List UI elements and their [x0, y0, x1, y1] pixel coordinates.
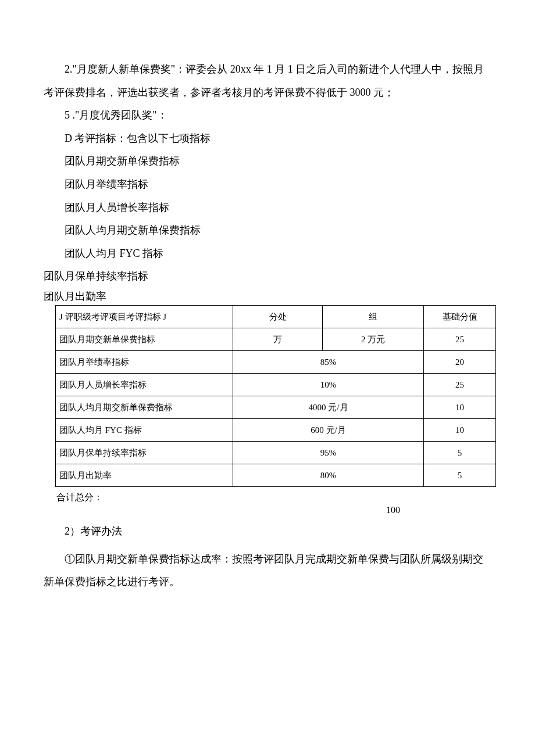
- cell-merged-value: 95%: [233, 441, 424, 464]
- paragraph-new-agent-award: 2."月度新人新单保费奖"：评委会从 20xx 年 1 月 1 日之后入司的新进…: [44, 58, 491, 104]
- total-label: 合计总分：: [56, 487, 289, 520]
- cell-item: 团队月期交新单保费指标: [56, 328, 233, 350]
- table-row: 团队月出勤率 80% 5: [56, 464, 496, 486]
- metric-item-flush: 团队月保单持续率指标: [44, 265, 491, 288]
- cell-score: 25: [424, 373, 496, 396]
- table-row: 团队月举绩率指标 85% 20: [56, 350, 496, 373]
- col-header-item: J 评职级考评项目考评指标 J: [56, 305, 233, 328]
- cell-score: 20: [424, 350, 496, 373]
- col-header-branch: 分处: [233, 305, 323, 328]
- cell-merged-value: 85%: [233, 350, 424, 373]
- metric-item: 团队月期交新单保费指标: [44, 150, 491, 173]
- cell-item: 团队人均月期交新单保费指标: [56, 396, 233, 418]
- table-row: 团队月保单持续率指标 95% 5: [56, 441, 496, 464]
- cell-score: 5: [424, 464, 496, 486]
- section-eval-method-body: ①团队月期交新单保费指标达成率：按照考评团队月完成期交新单保费与团队所属级别期交…: [44, 548, 491, 594]
- table-row: 团队人均月 FYC 指标 600 元/月 10: [56, 418, 496, 441]
- metric-item-flush: 团队月出勤率: [44, 288, 491, 305]
- cell-item: 团队月举绩率指标: [56, 350, 233, 373]
- metric-item: 团队人均月期交新单保费指标: [44, 219, 491, 242]
- cell-score: 5: [424, 441, 496, 464]
- total-value: 100: [289, 487, 497, 520]
- col-header-group: 组: [323, 305, 424, 328]
- table-row: 团队月人员增长率指标 10% 25: [56, 373, 496, 396]
- cell-item: 团队人均月 FYC 指标: [56, 418, 233, 441]
- metric-item: 团队月人员增长率指标: [44, 196, 491, 220]
- table-row: 团队人均月期交新单保费指标 4000 元/月 10: [56, 396, 496, 418]
- paragraph-eval-metrics-intro: D 考评指标：包含以下七项指标: [44, 127, 491, 151]
- cell-score: 10: [424, 396, 496, 418]
- cell-item: 团队月保单持续率指标: [56, 441, 233, 464]
- table-header-row: J 评职级考评项目考评指标 J 分处 组 基础分值: [56, 305, 496, 328]
- metric-item: 团队月举绩率指标: [44, 173, 491, 196]
- cell-item: 团队月出勤率: [56, 464, 233, 486]
- cell-item: 团队月人员增长率指标: [56, 373, 233, 396]
- table-row: 团队月期交新单保费指标 万 2 万元 25: [56, 328, 496, 350]
- cell-score: 25: [424, 328, 496, 350]
- metric-item: 团队人均月 FYC 指标: [44, 242, 491, 266]
- paragraph-team-award-heading: 5 ."月度优秀团队奖"：: [44, 104, 491, 127]
- cell-merged-value: 600 元/月: [233, 418, 424, 441]
- cell-merged-value: 80%: [233, 464, 424, 486]
- cell-merged-value: 10%: [233, 373, 424, 396]
- col-header-score: 基础分值: [424, 305, 496, 328]
- section-eval-method-heading: 2）考评办法: [44, 520, 491, 543]
- cell-group: 2 万元: [323, 328, 424, 350]
- cell-merged-value: 4000 元/月: [233, 396, 424, 418]
- cell-score: 10: [424, 418, 496, 441]
- cell-branch: 万: [233, 328, 323, 350]
- evaluation-table: J 评职级考评项目考评指标 J 分处 组 基础分值 团队月期交新单保费指标 万 …: [55, 305, 496, 487]
